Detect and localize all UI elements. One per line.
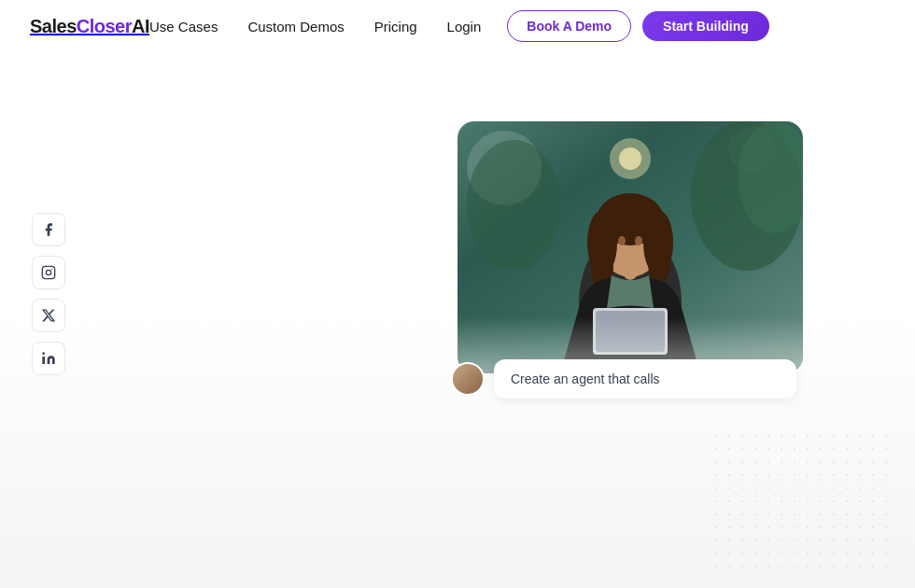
book-demo-button[interactable]: Book A Demo	[507, 10, 631, 42]
svg-rect-3	[42, 357, 45, 364]
nav-link-use-cases[interactable]: Use Cases	[149, 19, 218, 35]
avatar-image	[453, 364, 483, 394]
svg-point-7	[467, 140, 560, 271]
facebook-button[interactable]	[32, 213, 65, 246]
svg-point-2	[51, 269, 52, 270]
svg-point-17	[648, 243, 670, 284]
social-sidebar	[32, 213, 65, 375]
nav-links: Use Cases Custom Demos Pricing Login	[149, 19, 481, 35]
instagram-icon	[41, 265, 56, 280]
svg-point-4	[42, 352, 45, 355]
logo-ai: AI	[132, 16, 149, 37]
start-building-button[interactable]: Start Building	[642, 11, 769, 41]
chat-bubble-text: Create an agent that calls	[511, 371, 660, 386]
nav-link-pricing[interactable]: Pricing	[374, 19, 417, 35]
nav-link-custom-demos[interactable]: Custom Demos	[247, 19, 344, 35]
dot-grid-decoration	[710, 429, 896, 569]
nav-link-login[interactable]: Login	[447, 19, 482, 35]
logo-closer: Closer	[77, 16, 132, 37]
chat-bubble: Create an agent that calls	[494, 359, 796, 399]
linkedin-button[interactable]	[32, 342, 65, 375]
hero-image	[458, 121, 803, 373]
twitter-x-icon	[41, 308, 56, 323]
svg-point-19	[635, 236, 642, 245]
logo[interactable]: SalesCloser AI	[30, 16, 149, 37]
svg-point-1	[46, 270, 50, 274]
svg-rect-0	[42, 266, 54, 278]
svg-point-9	[619, 147, 641, 170]
svg-point-18	[618, 236, 626, 245]
facebook-icon	[41, 222, 56, 237]
chat-avatar	[451, 362, 485, 396]
chat-bubble-area: Create an agent that calls	[451, 359, 796, 399]
instagram-button[interactable]	[32, 256, 65, 289]
linkedin-icon	[41, 351, 56, 366]
twitter-button[interactable]	[32, 299, 65, 332]
logo-sales: Sales	[30, 16, 77, 37]
navbar: SalesCloser AI Use Cases Custom Demos Pr…	[0, 0, 915, 52]
